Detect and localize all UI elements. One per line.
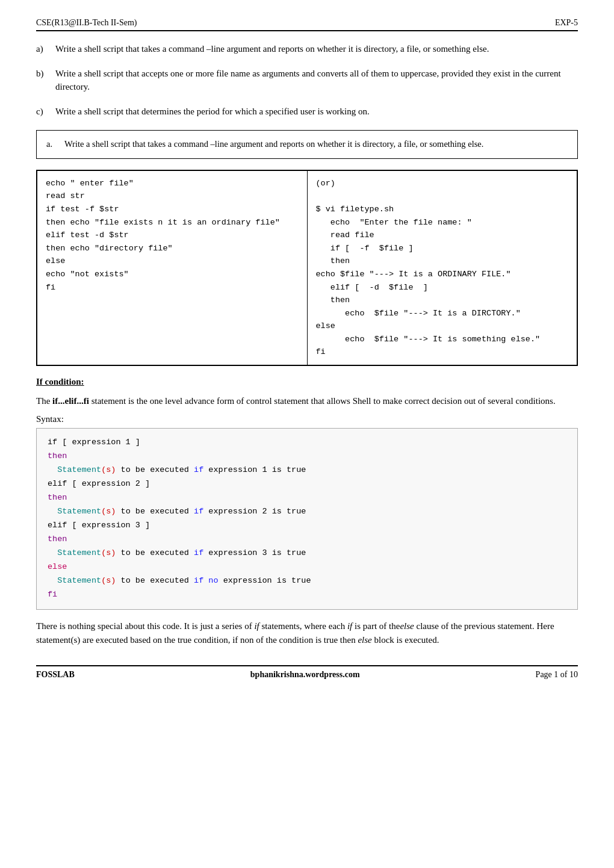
footer-center: bphanikrishna.wordpress.com [250, 670, 360, 680]
list-item: b) Write a shell script that accepts one… [36, 67, 578, 94]
code-table: echo " enter file" read str if test -f $… [37, 170, 577, 365]
box-a: a. Write a shell script that takes a com… [36, 130, 578, 159]
code-line-4: elif [ expression 2 ] [48, 479, 150, 488]
header-right: EXP-5 [555, 18, 578, 28]
body-text-2: There is nothing special about this code… [36, 619, 578, 648]
box-a-text: Write a shell script that takes a comman… [64, 138, 483, 151]
footer-left: FOSSLAB [36, 670, 75, 680]
code-left-cell: echo " enter file" read str if test -f $… [37, 170, 308, 365]
code-line-5: then [48, 493, 67, 502]
if-condition-heading: If condition: [36, 377, 578, 387]
list-item: c) Write a shell script that determines … [36, 105, 578, 119]
question-text-c: Write a shell script that determines the… [55, 105, 578, 119]
question-label-c: c) [36, 105, 55, 119]
question-text-b: Write a shell script that accepts one or… [55, 67, 578, 94]
page-header: CSE(R13@II.B-Tech II-Sem) EXP-5 [36, 18, 578, 31]
question-label-a: a) [36, 42, 55, 56]
code-line-7: elif [ expression 3 ] [48, 521, 150, 530]
questions-list: a) Write a shell script that takes a com… [36, 42, 578, 118]
code-right-cell: (or) $ vi filetype.sh echo "Enter the fi… [307, 170, 577, 365]
code-table-wrapper: echo " enter file" read str if test -f $… [36, 170, 578, 366]
code-right-content: $ vi filetype.sh echo "Enter the file na… [316, 205, 541, 357]
code-line-10: else [48, 562, 67, 571]
list-item: a) Write a shell script that takes a com… [36, 42, 578, 56]
bold-if-elif: if...elif...fi [52, 396, 89, 406]
page-footer: FOSSLAB bphanikrishna.wordpress.com Page… [36, 665, 578, 680]
question-label-b: b) [36, 67, 55, 94]
code-line-6: Statement(s) to be executed if expressio… [48, 507, 306, 516]
code-right-or: (or) [316, 179, 335, 188]
code-line-12: fi [48, 590, 57, 599]
code-line-1: if [ expression 1 ] [48, 438, 140, 447]
box-a-label: a. [46, 138, 64, 151]
page: CSE(R13@II.B-Tech II-Sem) EXP-5 a) Write… [0, 0, 614, 868]
code-line-2: then [48, 451, 67, 460]
code-line-9: Statement(s) to be executed if expressio… [48, 548, 306, 557]
body-text-1: The if...elif...fi statement is the one … [36, 394, 578, 408]
syntax-label: Syntax: [36, 414, 578, 424]
code-line-3: Statement(s) to be executed if expressio… [48, 465, 306, 474]
syntax-code-box: if [ expression 1 ] then Statement(s) to… [36, 428, 578, 609]
code-line-11: Statement(s) to be executed if no expres… [48, 576, 311, 585]
code-left-content: echo " enter file" read str if test -f $… [46, 179, 280, 292]
question-text-a: Write a shell script that takes a comman… [55, 42, 578, 56]
header-left: CSE(R13@II.B-Tech II-Sem) [36, 18, 137, 28]
box-a-title: a. Write a shell script that takes a com… [46, 138, 568, 151]
code-line-8: then [48, 535, 67, 544]
footer-right: Page 1 of 10 [536, 670, 578, 680]
